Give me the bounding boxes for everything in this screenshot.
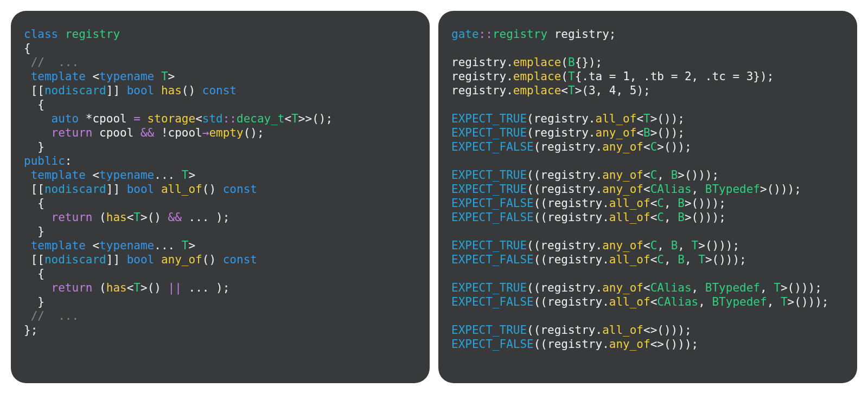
class-end: }; [24, 324, 37, 337]
op-and: && [141, 126, 154, 139]
kw-auto: auto [52, 112, 79, 125]
op-or: || [168, 281, 182, 294]
fn-emplace: emplace [513, 56, 561, 69]
fn-storage: storage [141, 112, 195, 125]
left-code-panel: class registry { // ... template <typena… [11, 11, 430, 383]
kw-public: public [24, 154, 65, 167]
fn-all-of: all_of [154, 183, 202, 196]
right-code: gate::registry registry; registry.emplac… [451, 27, 844, 351]
brace: { [24, 42, 31, 55]
type-decay-t: decay_t [237, 112, 285, 125]
kw-class: class [24, 28, 58, 41]
fn-empty: empty [209, 126, 243, 139]
comment: // ... [31, 56, 79, 69]
var-registry: registry; [547, 28, 616, 41]
code-panels: class registry { // ... template <typena… [0, 0, 868, 394]
kw-template: template [31, 70, 86, 83]
attr-nodiscard: nodiscard [44, 84, 106, 97]
macro-expect-true: EXPECT_TRUE [451, 112, 527, 125]
type-registry: registry [493, 28, 547, 41]
macro-expect-false: EXPECT_FALSE [451, 140, 534, 153]
class-name: registry [65, 28, 120, 41]
fn-has: has [154, 84, 182, 97]
ns-gate: gate [451, 28, 479, 41]
kw-typename: typename [99, 70, 154, 83]
left-code: class registry { // ... template <typena… [24, 27, 417, 337]
op-arrow: → [202, 126, 209, 139]
right-code-panel: gate::registry registry; registry.emplac… [438, 11, 857, 383]
kw-return: return [52, 126, 93, 139]
fn-any-of: any_of [154, 253, 202, 266]
op-and: && [168, 211, 182, 224]
